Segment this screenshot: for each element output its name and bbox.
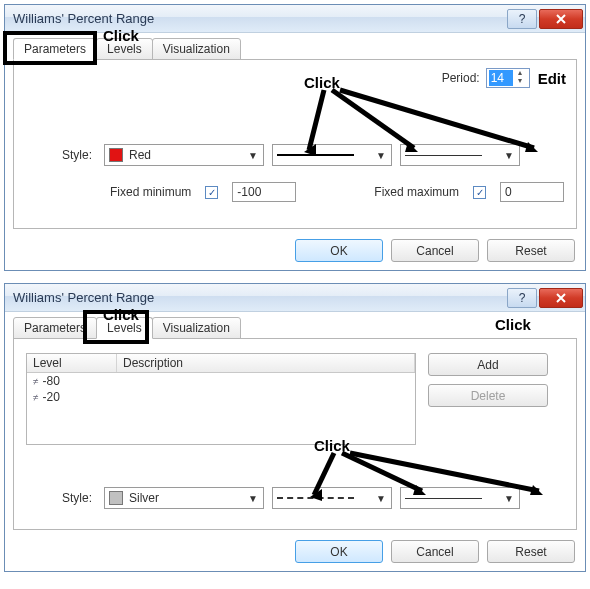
tab-panel-levels: Level Description ≠-80 ≠-20: [13, 338, 577, 530]
table-row[interactable]: ≠-20: [27, 389, 415, 405]
tab-parameters[interactable]: Parameters: [13, 317, 97, 339]
chevron-down-icon: ▼: [373, 150, 389, 161]
close-icon: [555, 292, 567, 304]
line-style-dropdown[interactable]: ▼: [272, 487, 392, 509]
close-button[interactable]: [539, 288, 583, 308]
spin-down-icon[interactable]: ▾: [513, 78, 527, 86]
cancel-button[interactable]: Cancel: [391, 239, 479, 262]
tab-levels[interactable]: Levels: [96, 38, 153, 60]
period-value: 14: [489, 70, 513, 86]
reset-button[interactable]: Reset: [487, 239, 575, 262]
line-width-dropdown[interactable]: ▼: [400, 487, 520, 509]
fixed-max-input[interactable]: 0: [500, 182, 564, 202]
close-icon: [555, 13, 567, 25]
chevron-down-icon: ▼: [501, 150, 517, 161]
help-button[interactable]: ?: [507, 288, 537, 308]
help-button[interactable]: ?: [507, 9, 537, 29]
level-line-icon: ≠: [33, 376, 39, 387]
titlebar[interactable]: Williams' Percent Range ?: [5, 5, 585, 33]
ok-button[interactable]: OK: [295, 540, 383, 563]
chevron-down-icon: ▼: [501, 493, 517, 504]
style-label: Style:: [26, 491, 96, 505]
dialog-actions: OK Cancel Reset: [13, 540, 577, 563]
ok-button[interactable]: OK: [295, 239, 383, 262]
close-button[interactable]: [539, 9, 583, 29]
delete-button[interactable]: Delete: [428, 384, 548, 407]
color-swatch-icon: [109, 148, 123, 162]
table-row[interactable]: ≠-80: [27, 373, 415, 389]
tab-visualization[interactable]: Visualization: [152, 317, 241, 339]
annotation-click-style: Click: [304, 74, 340, 91]
chevron-down-icon: ▼: [245, 493, 261, 504]
color-swatch-icon: [109, 491, 123, 505]
period-label: Period:: [442, 71, 480, 85]
annotation-edit-period: Edit: [538, 70, 566, 87]
tab-levels[interactable]: Levels: [96, 317, 153, 339]
chevron-down-icon: ▼: [245, 150, 261, 161]
window-title: Williams' Percent Range: [13, 290, 507, 305]
dialog-parameters: Williams' Percent Range ? Click Paramete…: [4, 4, 586, 271]
style-color-name: Red: [129, 148, 151, 162]
line-width-icon: [405, 498, 482, 499]
reset-button[interactable]: Reset: [487, 540, 575, 563]
chevron-down-icon: ▼: [373, 493, 389, 504]
fixed-min-label: Fixed minimum: [110, 185, 191, 199]
fixed-min-input[interactable]: -100: [232, 182, 296, 202]
dialog-actions: OK Cancel Reset: [13, 239, 577, 262]
line-width-dropdown[interactable]: ▼: [400, 144, 520, 166]
titlebar[interactable]: Williams' Percent Range ?: [5, 284, 585, 312]
tab-strip: Parameters Levels Visualization: [13, 317, 577, 339]
style-label: Style:: [26, 148, 96, 162]
fixed-min-checkbox[interactable]: ✓: [205, 186, 218, 199]
col-header-description[interactable]: Description: [117, 354, 415, 372]
tab-parameters[interactable]: Parameters: [13, 38, 97, 60]
fixed-max-checkbox[interactable]: ✓: [473, 186, 486, 199]
line-style-dropdown[interactable]: ▼: [272, 144, 392, 166]
tab-panel-parameters: Period: 14 ▴ ▾ Edit Click: [13, 59, 577, 229]
style-color-dropdown[interactable]: Red ▼: [104, 144, 264, 166]
add-button[interactable]: Add: [428, 353, 548, 376]
period-input[interactable]: 14 ▴ ▾: [486, 68, 530, 88]
line-style-icon: [277, 154, 354, 156]
line-width-icon: [405, 155, 482, 156]
style-color-name: Silver: [129, 491, 159, 505]
cancel-button[interactable]: Cancel: [391, 540, 479, 563]
col-header-level[interactable]: Level: [27, 354, 117, 372]
dialog-levels: Williams' Percent Range ? Click Click Pa…: [4, 283, 586, 572]
fixed-max-label: Fixed maximum: [374, 185, 459, 199]
tab-strip: Parameters Levels Visualization: [13, 38, 577, 60]
tab-visualization[interactable]: Visualization: [152, 38, 241, 60]
level-line-icon: ≠: [33, 392, 39, 403]
style-color-dropdown[interactable]: Silver ▼: [104, 487, 264, 509]
window-title: Williams' Percent Range: [13, 11, 507, 26]
line-style-icon: [277, 497, 354, 499]
levels-table[interactable]: Level Description ≠-80 ≠-20: [26, 353, 416, 445]
